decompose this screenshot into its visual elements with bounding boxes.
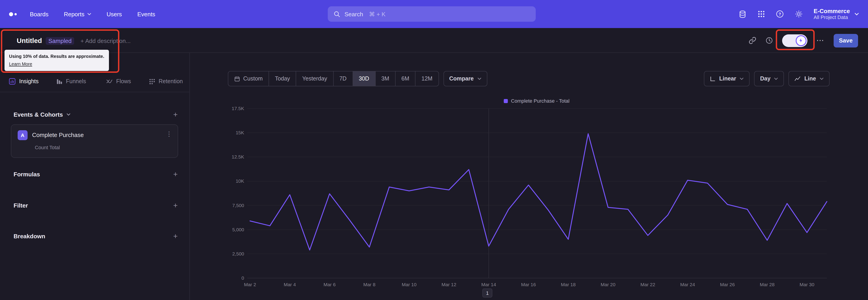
range-label: Custom — [243, 76, 263, 82]
filter-section: Filter + — [13, 200, 178, 211]
event-metric[interactable]: Count Total — [35, 145, 60, 150]
events-cohorts-label[interactable]: Events & Cohorts — [13, 111, 70, 118]
range-label: Yesterday — [302, 76, 327, 82]
lightning-icon — [798, 38, 803, 43]
compare-button[interactable]: Compare — [443, 71, 487, 86]
add-formula-button[interactable]: + — [173, 170, 178, 178]
line-chart[interactable]: 02,5005,0007,50010K12.5K15K17.5KMar 2Mar… — [194, 104, 859, 294]
svg-text:12.5K: 12.5K — [232, 154, 244, 159]
granularity-dropdown[interactable]: Day — [754, 71, 784, 86]
funnels-icon — [56, 78, 63, 85]
range-12m-button[interactable]: 12M — [415, 71, 438, 86]
svg-text:0: 0 — [241, 275, 244, 280]
database-icon — [738, 10, 747, 18]
sampling-toggle[interactable] — [782, 34, 807, 47]
search-icon — [333, 10, 340, 18]
range-label: 30D — [359, 76, 369, 82]
range-label: Today — [275, 76, 290, 82]
tab-retention[interactable]: Retention — [142, 71, 190, 92]
svg-text:7,500: 7,500 — [232, 203, 244, 208]
nav-link-label: Reports — [64, 11, 84, 18]
page-1-button[interactable]: 1 — [483, 289, 492, 298]
learn-more-link[interactable]: Learn More — [9, 61, 32, 66]
svg-text:15K: 15K — [236, 130, 244, 135]
svg-text:Mar 28: Mar 28 — [760, 282, 774, 287]
header-actions: ⋯ Save — [748, 28, 858, 53]
search-placeholder: Search — [344, 11, 363, 18]
chart-legend[interactable]: Complete Purchase - Total — [504, 98, 569, 103]
add-event-button[interactable]: + — [173, 111, 178, 118]
tooltip-text: Using 10% of data. Results are approxima… — [9, 53, 104, 59]
report-header: Untitled Sampled + Add description... ⋯ … — [0, 28, 868, 53]
sampled-badge[interactable]: Sampled — [46, 37, 74, 45]
copy-link-button[interactable] — [748, 37, 756, 44]
add-filter-button[interactable]: + — [173, 202, 178, 209]
apps-grid-button[interactable] — [758, 10, 765, 18]
tab-funnels[interactable]: Funnels — [48, 71, 95, 92]
project-selector[interactable]: E-Commerce All Project Data — [814, 8, 859, 20]
data-connections-button[interactable] — [738, 10, 747, 18]
save-button[interactable]: Save — [833, 34, 858, 47]
tab-flows[interactable]: Flows — [95, 71, 142, 92]
svg-text:Mar 24: Mar 24 — [680, 282, 695, 287]
flows-icon — [106, 78, 113, 85]
section-title: Breakdown — [13, 233, 45, 239]
chart-type-label: Line — [804, 76, 816, 82]
svg-text:Mar 6: Mar 6 — [323, 282, 336, 287]
report-type-tabs: Insights Funnels Flows Retention — [0, 71, 189, 92]
event-series-badge: A — [18, 130, 28, 140]
chart-type-dropdown[interactable]: Line — [789, 71, 830, 86]
svg-text:Mar 2: Mar 2 — [244, 282, 256, 287]
settings-button[interactable] — [795, 10, 803, 18]
range-30d-button[interactable]: 30D — [352, 71, 375, 86]
project-name: E-Commerce — [814, 8, 850, 14]
svg-text:Mar 22: Mar 22 — [640, 282, 655, 287]
formulas-section: Formulas + — [13, 169, 178, 180]
range-label: 3M — [381, 76, 389, 82]
nav-link-reports[interactable]: Reports — [64, 11, 91, 18]
add-description[interactable]: + Add description... — [81, 37, 131, 44]
chevron-down-icon — [855, 13, 859, 16]
event-options-button[interactable]: ⋮ — [166, 130, 172, 138]
search-input[interactable]: Search ⌘ + K — [328, 6, 536, 22]
add-breakdown-button[interactable]: + — [173, 232, 178, 240]
tab-label: Funnels — [66, 78, 86, 85]
event-name[interactable]: Complete Purchase — [32, 131, 84, 138]
nav-link-label: Boards — [30, 11, 49, 18]
section-title: Filter — [13, 202, 28, 209]
range-3m-button[interactable]: 3M — [375, 71, 395, 86]
events-cohorts-header: Events & Cohorts + — [13, 109, 178, 120]
link-icon — [748, 37, 756, 44]
legend-swatch — [504, 99, 508, 103]
event-card[interactable]: A Complete Purchase ⋮ Count Total — [11, 124, 178, 158]
range-today-button[interactable]: Today — [269, 71, 296, 86]
top-nav: Boards Reports Users Events Search ⌘ + K — [0, 0, 868, 28]
history-button[interactable] — [765, 37, 773, 44]
tab-insights[interactable]: Insights — [0, 71, 48, 92]
more-options-button[interactable]: ⋯ — [816, 37, 825, 44]
chevron-down-icon — [87, 13, 91, 16]
range-label: 6M — [401, 76, 409, 82]
project-labels: E-Commerce All Project Data — [814, 8, 850, 20]
sampling-tooltip: Using 10% of data. Results are approxima… — [4, 50, 109, 71]
svg-text:Mar 10: Mar 10 — [402, 282, 416, 287]
range-6m-button[interactable]: 6M — [395, 71, 415, 86]
nav-link-events[interactable]: Events — [137, 11, 155, 18]
range-7d-button[interactable]: 7D — [333, 71, 352, 86]
report-sidebar: Insights Funnels Flows Retention Events … — [0, 53, 190, 300]
clock-icon — [765, 37, 773, 44]
nav-link-users[interactable]: Users — [106, 11, 122, 18]
svg-text:Mar 12: Mar 12 — [441, 282, 456, 287]
range-yesterday-button[interactable]: Yesterday — [296, 71, 333, 86]
nav-link-boards[interactable]: Boards — [30, 11, 49, 18]
range-label: 12M — [422, 76, 433, 82]
help-button[interactable]: ? — [776, 10, 784, 18]
range-custom-button[interactable]: Custom — [228, 71, 269, 86]
mixpanel-logo[interactable] — [9, 0, 17, 28]
scale-dropdown[interactable]: Linear — [704, 71, 750, 86]
chart-panel: Custom Today Yesterday 7D 30D 3M 6M 12M … — [190, 53, 868, 300]
date-range-controls: Custom Today Yesterday 7D 30D 3M 6M 12M … — [228, 71, 487, 86]
report-title[interactable]: Untitled — [17, 37, 42, 44]
retention-icon — [149, 78, 156, 85]
svg-text:Mar 18: Mar 18 — [561, 282, 576, 287]
